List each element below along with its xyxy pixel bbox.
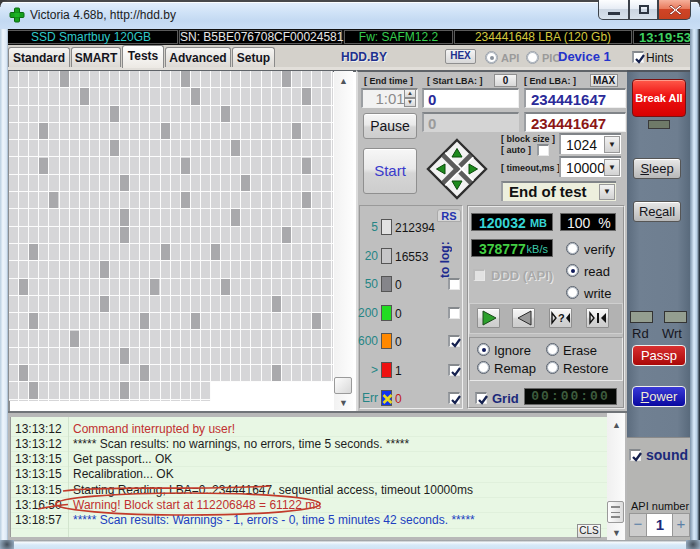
svg-text:?: ? — [558, 312, 565, 324]
